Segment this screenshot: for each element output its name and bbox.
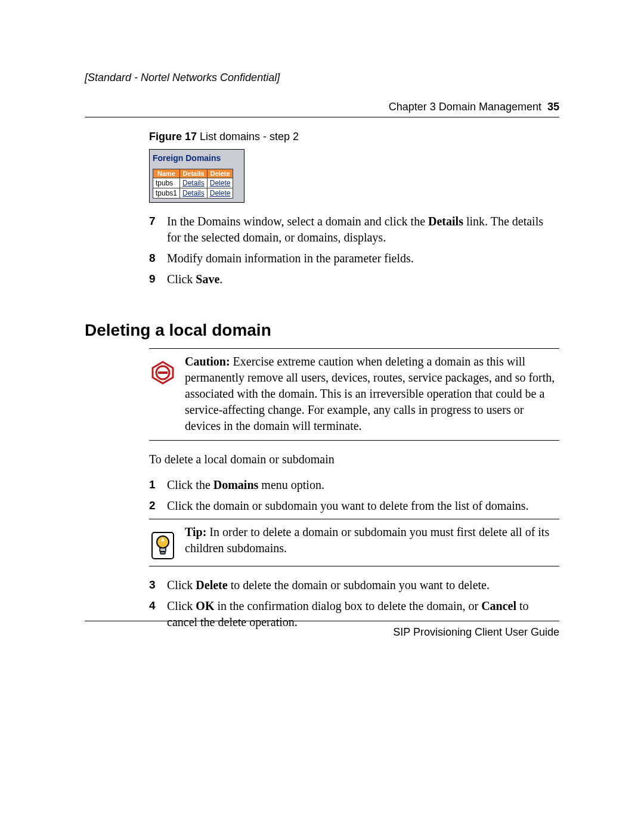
step-item: 9 Click Save. xyxy=(149,271,559,287)
page-footer: SIP Provisioning Client User Guide xyxy=(85,621,559,639)
col-name: Name xyxy=(153,169,180,178)
cell-name: tpubs1 xyxy=(153,188,180,199)
svg-rect-2 xyxy=(158,371,168,374)
confidential-label: [Standard - Nortel Networks Confidential… xyxy=(85,72,559,84)
tip-callout: Tip: In order to delete a domain or subd… xyxy=(149,519,559,566)
step-text: Click Delete to delete the domain or sub… xyxy=(167,577,559,593)
table-row: tpubs1 Details Delete xyxy=(153,188,233,199)
foreign-domains-table: Name Details Delete tpubs Details Delete… xyxy=(153,169,233,199)
details-link[interactable]: Details xyxy=(182,189,205,197)
header-rule xyxy=(85,117,559,117)
figure-number: Figure 17 xyxy=(149,131,197,143)
step-item: 7 In the Domains window, select a domain… xyxy=(149,213,559,246)
tip-icon xyxy=(149,524,177,560)
foreign-domains-widget: Foreign Domains Name Details Delete tpub… xyxy=(149,149,244,203)
step-text: Click Save. xyxy=(167,271,559,287)
tip-label: Tip: xyxy=(185,525,206,538)
section-heading: Deleting a local domain xyxy=(85,321,559,340)
step-text: In the Domains window, select a domain a… xyxy=(167,213,559,246)
step-text: Click the Domains menu option. xyxy=(167,477,559,493)
step-item: 3 Click Delete to delete the domain or s… xyxy=(149,577,559,593)
step-text: Click the domain or subdomain you want t… xyxy=(167,498,559,514)
tip-body: In order to delete a domain or subdomain… xyxy=(185,525,549,555)
caution-icon xyxy=(149,354,177,434)
step-number: 9 xyxy=(149,271,167,287)
cell-name: tpubs xyxy=(153,178,180,188)
delete-link[interactable]: Delete xyxy=(210,179,231,187)
step-item: 8 Modify domain information in the param… xyxy=(149,250,559,267)
caution-body: Exercise extreme caution when deleting a… xyxy=(185,355,555,432)
step-number: 1 xyxy=(149,477,167,493)
chapter-title: Chapter 3 Domain Management xyxy=(389,101,541,113)
footer-guide-title: SIP Provisioning Client User Guide xyxy=(85,626,559,639)
caution-callout: Caution: Exercise extreme caution when d… xyxy=(149,348,559,441)
details-link[interactable]: Details xyxy=(182,179,205,187)
caution-text: Caution: Exercise extreme caution when d… xyxy=(185,354,559,434)
intro-paragraph: To delete a local domain or subdomain xyxy=(149,453,559,466)
step-number: 3 xyxy=(149,577,167,593)
delete-link[interactable]: Delete xyxy=(210,189,231,197)
figure-caption: Figure 17 List domains - step 2 xyxy=(149,131,559,143)
footer-rule xyxy=(85,621,559,621)
step-item: 1 Click the Domains menu option. xyxy=(149,477,559,493)
step-number: 2 xyxy=(149,498,167,514)
col-delete: Delete xyxy=(207,169,233,178)
step-item: 2 Click the domain or subdomain you want… xyxy=(149,498,559,514)
caution-label: Caution: xyxy=(185,355,230,368)
steps-list-b1: 1 Click the Domains menu option. 2 Click… xyxy=(149,477,559,514)
figure-title: List domains - step 2 xyxy=(197,131,299,143)
step-text: Modify domain information in the paramet… xyxy=(167,250,559,267)
page-number: 35 xyxy=(547,101,559,113)
tip-text: Tip: In order to delete a domain or subd… xyxy=(185,524,559,560)
figure-block: Figure 17 List domains - step 2 Foreign … xyxy=(149,131,559,287)
step-number: 7 xyxy=(149,213,167,246)
foreign-domains-title: Foreign Domains xyxy=(153,153,241,163)
document-page: [Standard - Nortel Networks Confidential… xyxy=(0,0,644,833)
steps-list-a: 7 In the Domains window, select a domain… xyxy=(149,213,559,287)
chapter-header: Chapter 3 Domain Management 35 xyxy=(85,101,559,117)
step-number: 8 xyxy=(149,250,167,267)
col-details: Details xyxy=(180,169,208,178)
table-header-row: Name Details Delete xyxy=(153,169,233,178)
svg-rect-5 xyxy=(160,548,166,552)
svg-rect-6 xyxy=(160,552,165,554)
table-row: tpubs Details Delete xyxy=(153,178,233,188)
